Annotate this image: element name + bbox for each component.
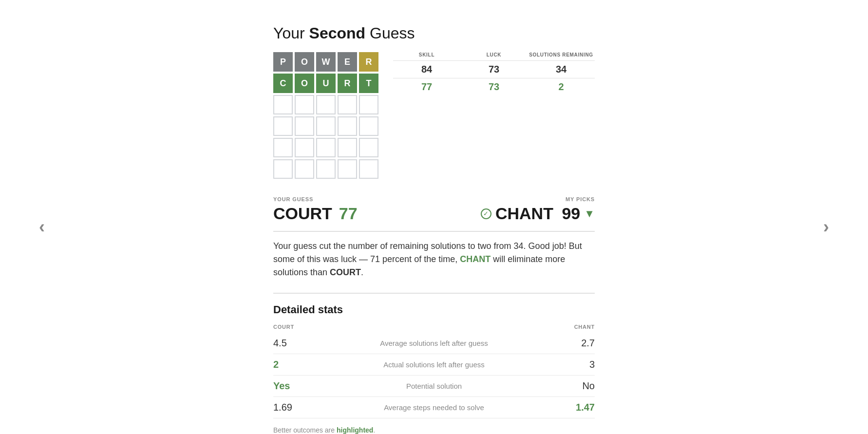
grid-cell-4-2 [316,138,336,157]
grid-cell-2-0 [273,95,293,114]
guess-value-row: COURT 77 ✓ CHANT 99 ▼ [273,204,595,232]
dr2-left: 2 [273,359,332,370]
grid-cell-0-3: E [338,52,357,72]
detailed-stats-title: Detailed stats [273,303,595,316]
skill-val-2: 77 [393,78,460,95]
grid-cell-0-2: W [316,52,336,72]
grid-cell-4-3 [338,138,357,157]
grid-cell-1-0: C [273,74,293,93]
guess-label-row: YOUR GUESS MY PICKS [273,196,595,202]
detail-col-left-header: COURT [273,324,332,330]
dr1-left: 4.5 [273,338,332,349]
stats-columns-header: SKILL LUCK SOLUTIONS REMAINING 84 73 34 … [393,52,595,95]
detail-col-right-header: CHANT [536,324,595,330]
grid-cell-4-4 [359,138,378,157]
check-icon: ✓ [481,208,491,219]
detailed-table-header: COURT CHANT [273,324,595,330]
grid-cell-5-1 [295,159,314,179]
solutions-header: SOLUTIONS REMAINING [528,52,595,60]
nav-next-button[interactable]: › [823,217,829,237]
court-word: COURT [273,204,332,223]
skill-val-1: 84 [393,60,460,78]
dr4-right: 1.47 [536,402,595,413]
grid-cell-3-1 [295,116,314,136]
dr4-center: Average steps needed to solve [332,403,536,412]
grid-cell-3-4 [359,116,378,136]
chant-bold: CHANT [460,254,491,264]
detail-row-1: 4.5 Average solutions left after guess 2… [273,333,595,354]
court-guess: COURT 77 [273,204,358,223]
section-divider [273,293,595,294]
grid-cell-1-2: U [316,74,336,93]
detailed-stats-section: Detailed stats COURT CHANT 4.5 Average s… [273,303,595,434]
grid-cell-2-4 [359,95,378,114]
chevron-down-icon[interactable]: ▼ [584,208,595,220]
solutions-val-1: 34 [528,60,595,78]
dr4-left: 1.69 [273,402,332,413]
detail-row-4: 1.69 Average steps needed to solve 1.47 [273,397,595,418]
luck-val-2: 73 [460,78,528,95]
dr1-center: Average solutions left after guess [332,339,536,347]
grid-cell-5-2 [316,159,336,179]
my-picks-value: ✓ CHANT 99 ▼ [481,204,595,223]
grid-cell-2-1 [295,95,314,114]
grid-cell-5-4 [359,159,378,179]
solutions-val-2: 2 [528,78,595,95]
description-text: Your guess cut the number of remaining s… [273,240,595,279]
detail-row-2: 2 Actual solutions left after guess 3 [273,354,595,376]
your-guess-label: YOUR GUESS [273,196,313,202]
dr2-center: Actual solutions left after guess [332,360,536,369]
grid-cell-3-0 [273,116,293,136]
grid-cell-0-0: P [273,52,293,72]
luck-val-1: 73 [460,60,528,78]
grid-cell-5-0 [273,159,293,179]
grid-cell-0-4: R [359,52,378,72]
grid-cell-4-1 [295,138,314,157]
grid-cell-5-3 [338,159,357,179]
detail-col-center-header [332,324,536,330]
grid-cell-1-3: R [338,74,357,93]
page-title: Your Second Guess [273,24,595,42]
dr2-right: 3 [536,359,595,370]
skill-header: SKILL [393,52,460,60]
nav-prev-button[interactable]: ‹ [39,217,45,237]
grid-cell-4-0 [273,138,293,157]
chant-word: CHANT [495,204,553,223]
luck-header: LUCK [460,52,528,60]
my-picks-label: MY PICKS [566,196,595,202]
grid-stats-section: POWERCOURT SKILL LUCK SOLUTIONS REMAININ… [273,52,595,189]
letter-grid: POWERCOURT [273,52,378,179]
stats-side: SKILL LUCK SOLUTIONS REMAINING 84 73 34 … [393,52,595,95]
main-content: Your Second Guess POWERCOURT SKILL LUCK … [273,5,595,434]
detail-row-3: Yes Potential solution No [273,376,595,397]
dr3-center: Potential solution [332,382,536,390]
better-outcomes-text: Better outcomes are highlighted. [273,426,595,434]
court-bold: COURT [330,267,361,277]
court-number: 77 [334,204,357,223]
grid-cell-1-1: O [295,74,314,93]
grid-cell-3-3 [338,116,357,136]
dr3-right: No [536,380,595,392]
grid-cell-2-3 [338,95,357,114]
dr1-right: 2.7 [536,338,595,349]
grid-cell-2-2 [316,95,336,114]
dr3-left: Yes [273,380,332,392]
grid-cell-1-4: T [359,74,378,93]
grid-cell-0-1: O [295,52,314,72]
chant-number: 99 [557,204,580,223]
highlighted-link: highlighted [337,426,373,434]
grid-cell-3-2 [316,116,336,136]
